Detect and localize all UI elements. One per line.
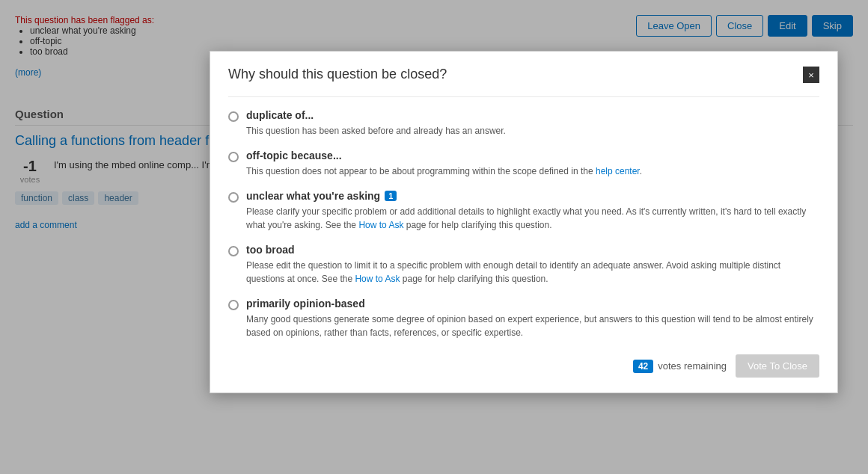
votes-remaining-label: votes remaining: [658, 360, 727, 372]
option-radio-opinion-based[interactable]: [228, 300, 239, 310]
option-title-too-broad: too broad: [246, 244, 819, 256]
modal-header: Why should this question be closed? ×: [228, 67, 819, 83]
option-radio-off-topic[interactable]: [228, 152, 239, 162]
unclear-badge: 1: [385, 191, 397, 201]
option-off-topic: off-topic because... This question does …: [228, 150, 819, 178]
option-unclear: unclear what you're asking 1 Please clar…: [228, 190, 819, 232]
option-too-broad: too broad Please edit the question to li…: [228, 244, 819, 286]
vote-to-close-button[interactable]: Vote To Close: [736, 354, 819, 378]
option-title-duplicate: duplicate of...: [246, 109, 819, 121]
option-desc-too-broad: Please edit the question to limit it to …: [246, 259, 819, 286]
option-opinion-based: primarily opinion-based Many good questi…: [228, 298, 819, 339]
option-radio-duplicate[interactable]: [228, 111, 239, 122]
option-radio-unclear[interactable]: [228, 192, 239, 203]
off-topic-desc-text: This question does not appear to be abou…: [246, 166, 596, 176]
option-content-unclear: unclear what you're asking 1 Please clar…: [246, 190, 819, 232]
modal-close-button[interactable]: ×: [803, 67, 819, 83]
how-to-ask-link-broad[interactable]: How to Ask: [355, 274, 400, 284]
option-title-unclear: unclear what you're asking 1: [246, 190, 819, 202]
votes-remaining-count: 42: [633, 360, 653, 373]
option-desc-off-topic: This question does not appear to be abou…: [246, 164, 819, 178]
option-desc-unclear: Please clarify your specific problem or …: [246, 205, 819, 232]
modal-footer: 42 votes remaining Vote To Close: [228, 354, 819, 378]
divider: [228, 96, 819, 97]
off-topic-desc-suffix: .: [640, 166, 642, 176]
option-duplicate: duplicate of... This question has been a…: [228, 109, 819, 138]
help-center-link[interactable]: help center: [596, 166, 640, 176]
option-radio-too-broad[interactable]: [228, 246, 239, 256]
unclear-desc-after: page for help clarifying this question.: [403, 220, 551, 230]
votes-remaining: 42 votes remaining: [633, 360, 727, 373]
unclear-title-text: unclear what you're asking: [246, 190, 380, 202]
option-content-too-broad: too broad Please edit the question to li…: [246, 244, 819, 286]
option-title-off-topic: off-topic because...: [246, 150, 819, 161]
close-reason-modal: Why should this question be closed? × du…: [210, 51, 838, 393]
how-to-ask-link-unclear[interactable]: How to Ask: [358, 220, 403, 230]
option-desc-duplicate: This question has been asked before and …: [246, 124, 819, 138]
too-broad-desc-after: page for help clarifying this question.: [400, 274, 548, 284]
option-desc-opinion-based: Many good questions generate some degree…: [246, 313, 819, 339]
modal-title: Why should this question be closed?: [228, 67, 447, 82]
option-content-off-topic: off-topic because... This question does …: [246, 150, 819, 178]
option-content-opinion-based: primarily opinion-based Many good questi…: [246, 298, 819, 339]
option-content-duplicate: duplicate of... This question has been a…: [246, 109, 819, 138]
option-title-opinion-based: primarily opinion-based: [246, 298, 819, 310]
